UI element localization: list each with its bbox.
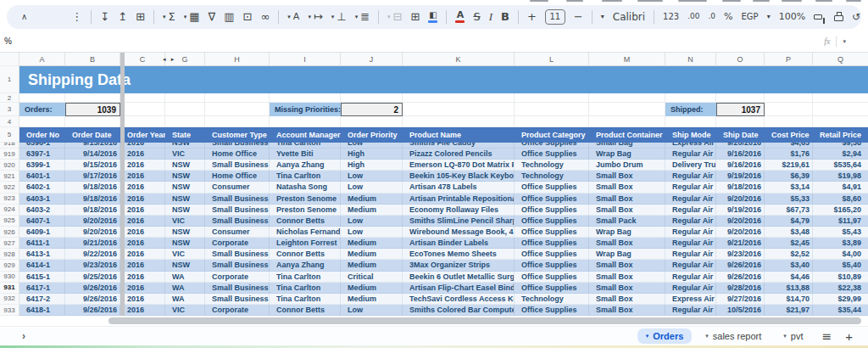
- cell-I923[interactable]: Preston Senome: [270, 194, 341, 205]
- cell-B931[interactable]: 9/26/2016: [65, 283, 120, 294]
- summary-value-J[interactable]: 2: [341, 103, 403, 116]
- font-family-caret[interactable]: ▾: [601, 14, 604, 20]
- row-number[interactable]: 929: [0, 260, 19, 271]
- horizontal-scrollbar-thumb[interactable]: [108, 317, 861, 324]
- table-column-header-J[interactable]: Order Priority: [341, 127, 403, 143]
- cell-H921[interactable]: Home Office: [205, 171, 270, 182]
- cell-L919[interactable]: Office Supplies: [515, 149, 589, 160]
- table-column-header-A[interactable]: Order No: [19, 127, 65, 143]
- cell-H933[interactable]: Corporate: [205, 305, 270, 316]
- cell-Q918[interactable]: $9,38: [813, 143, 868, 149]
- cell-H925[interactable]: Small Business: [205, 216, 270, 227]
- cell-B923[interactable]: 9/18/2016: [65, 194, 120, 205]
- expand-panel-icon[interactable]: ›: [22, 330, 25, 342]
- cell-N928[interactable]: Regular Air: [665, 249, 716, 260]
- cell-J927[interactable]: Medium: [341, 238, 403, 249]
- cell-B4[interactable]: [65, 116, 120, 127]
- summary-label-A[interactable]: Orders:: [19, 103, 65, 116]
- sheet-tab-sales-report[interactable]: ▾sales report: [697, 328, 770, 344]
- cell-J926[interactable]: Low: [341, 227, 403, 238]
- cell-B2[interactable]: [65, 93, 120, 103]
- sheet-tab-menu-caret[interactable]: ▾: [705, 333, 709, 340]
- cell-L918[interactable]: Office Supplies: [515, 143, 589, 149]
- cell-J931[interactable]: Medium: [341, 283, 403, 294]
- cell-K930[interactable]: Beekin 6 Outlet Metallic Surge S: [403, 272, 515, 283]
- cell-L2[interactable]: [515, 93, 589, 103]
- bold-button[interactable]: B: [501, 11, 509, 22]
- cell-N923[interactable]: Regular Air: [665, 194, 716, 205]
- row-number[interactable]: 2: [0, 93, 19, 103]
- cell-G925[interactable]: VIC: [165, 216, 205, 227]
- cell-Q933[interactable]: $35,44: [813, 305, 868, 316]
- cell-B920[interactable]: 9/15/2016: [65, 160, 120, 171]
- number-format-button[interactable]: 123: [663, 13, 679, 21]
- table-column-header-P[interactable]: Cost Price: [765, 127, 813, 143]
- cell-L926[interactable]: Office Supplies: [515, 227, 589, 238]
- column-header-L[interactable]: L: [515, 53, 589, 66]
- cell-O4[interactable]: [716, 116, 765, 127]
- cell-K924[interactable]: Economy Rollaway Files: [403, 205, 515, 216]
- row-number[interactable]: 925: [0, 216, 19, 227]
- table-menu-button[interactable]: ▾▦: [184, 11, 200, 22]
- cell-A926[interactable]: 6409-1: [19, 227, 65, 238]
- cell-G933[interactable]: VIC: [165, 305, 205, 316]
- cell-Q922[interactable]: $4,91: [813, 182, 868, 193]
- cell-L930[interactable]: Office Supplies: [515, 272, 589, 283]
- cell-A932[interactable]: 6417-2: [19, 294, 65, 305]
- formula-bar-content[interactable]: %: [4, 36, 12, 46]
- insert-link-button[interactable]: ∞: [261, 11, 270, 22]
- cell-O922[interactable]: 9/18/2016: [716, 182, 765, 193]
- cell-C933[interactable]: 2016: [120, 305, 165, 316]
- cell-C3[interactable]: [120, 103, 165, 116]
- cell-Q4[interactable]: [813, 116, 868, 127]
- cell-P920[interactable]: $219,61: [765, 160, 813, 171]
- cell-L921[interactable]: Technology: [515, 171, 589, 182]
- cell-Q924[interactable]: $165,20: [813, 205, 868, 216]
- cell-N930[interactable]: Regular Air: [665, 272, 716, 283]
- toolbar-collapse-button[interactable]: ∧: [21, 13, 27, 21]
- sheet-tab-menu-caret[interactable]: ▾: [646, 333, 649, 340]
- cell-C926[interactable]: 2016: [120, 227, 165, 238]
- cell-I930[interactable]: Tina Carlton: [270, 272, 341, 283]
- cell-I933[interactable]: Connor Betts: [270, 305, 341, 316]
- cell-P2[interactable]: [765, 93, 813, 103]
- cell-P928[interactable]: $2,52: [765, 249, 813, 260]
- cell-H930[interactable]: Corporate: [205, 272, 270, 283]
- cell-O926[interactable]: 9/20/2016: [716, 227, 765, 238]
- cell-M2[interactable]: [589, 93, 665, 103]
- cell-H932[interactable]: Small Business: [205, 294, 270, 305]
- text-direction-button[interactable]: ▾↦: [308, 11, 322, 22]
- cell-O923[interactable]: 9/20/2016: [716, 194, 765, 205]
- cell-B925[interactable]: 9/20/2016: [65, 216, 120, 227]
- table-menu-button-caret[interactable]: ▾: [184, 14, 187, 20]
- cell-A920[interactable]: 6399-1: [19, 160, 65, 171]
- column-header-N[interactable]: N: [665, 53, 716, 66]
- cell-G932[interactable]: WA: [165, 294, 205, 305]
- cell-N4[interactable]: [665, 116, 716, 127]
- increase-decimal-button[interactable]: .0: [708, 13, 715, 20]
- cell-O921[interactable]: 9/19/2016: [716, 171, 765, 182]
- cell-Q919[interactable]: $2,94: [813, 149, 868, 160]
- merge-cells-button[interactable]: ▾⊟: [387, 11, 402, 22]
- cell-G921[interactable]: NSW: [165, 171, 205, 182]
- cell-M927[interactable]: Small Box: [589, 238, 665, 249]
- row-number[interactable]: 918: [0, 143, 19, 149]
- font-color-menu-button-caret[interactable]: ▾: [287, 14, 291, 20]
- table-column-header-M[interactable]: Product Container: [589, 127, 665, 143]
- cell-P932[interactable]: $14,70: [765, 294, 813, 305]
- cell-I924[interactable]: Preston Senome: [270, 205, 341, 216]
- cell-O927[interactable]: 9/21/2016: [716, 238, 765, 249]
- cell-H926[interactable]: Consumer: [205, 227, 270, 238]
- cell-N919[interactable]: Regular Air: [665, 149, 716, 160]
- cell-C932[interactable]: 2016: [120, 294, 165, 305]
- cell-C918[interactable]: 2016: [120, 143, 165, 149]
- cell-Q925[interactable]: $11,97: [813, 216, 868, 227]
- cell-P925[interactable]: $4,79: [765, 216, 813, 227]
- all-sheets-menu-icon[interactable]: ≡: [822, 329, 832, 343]
- cell-K932[interactable]: TechSavi Cordless Access Keyboa: [403, 294, 515, 305]
- cell-J928[interactable]: Medium: [341, 249, 403, 260]
- cell-P4[interactable]: [765, 116, 813, 127]
- cell-J932[interactable]: Medium: [341, 294, 403, 305]
- cell-Q930[interactable]: $10,89: [813, 272, 868, 283]
- zoom-selector[interactable]: 100%: [779, 12, 805, 21]
